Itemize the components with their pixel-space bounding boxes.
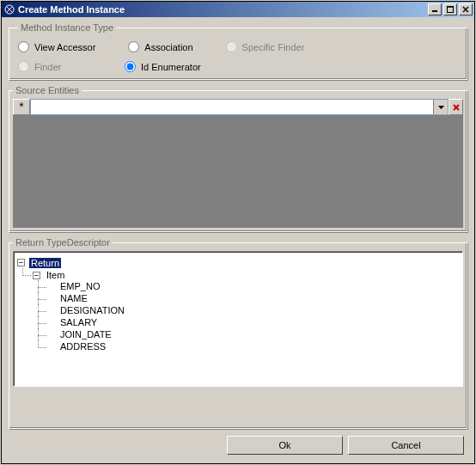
dialog-content: Method Instance Type View Accessor Assoc… <box>2 17 474 463</box>
tree-leaf[interactable]: SALARY <box>48 316 461 328</box>
radio-view-accessor[interactable]: View Accessor <box>18 41 95 52</box>
method-instance-type-legend: Method Instance Type <box>18 22 116 33</box>
svg-marker-8 <box>438 106 444 109</box>
maximize-button[interactable] <box>443 3 457 15</box>
radio-label: Specific Finder <box>242 42 305 52</box>
minimize-button[interactable] <box>428 3 442 15</box>
tree-leaf-label[interactable]: JOIN_DATE <box>58 329 113 340</box>
source-entities-group: Source Entities * <box>9 85 467 232</box>
ok-button[interactable]: Ok <box>227 436 343 455</box>
tree-leaf-label[interactable]: EMP_NO <box>58 281 101 291</box>
tree-leaf[interactable]: JOIN_DATE <box>48 328 461 340</box>
radio-label: Association <box>144 42 192 52</box>
source-entities-grid: * <box>13 99 463 228</box>
collapse-icon[interactable]: − <box>33 272 40 279</box>
window-controls <box>426 3 473 15</box>
radio-finder: Finder <box>18 61 92 72</box>
window-title: Create Method Instance <box>18 4 426 15</box>
tree-node-item[interactable]: − Item EMP_NO NAME DESIGNATION SALARY JO… <box>33 268 461 354</box>
method-instance-type-group: Method Instance Type View Accessor Assoc… <box>9 22 467 80</box>
return-type-descriptor-group: Return TypeDescriptor − Return − Item <box>9 237 467 429</box>
radio-specific-finder: Specific Finder <box>226 41 305 52</box>
tree-node-return[interactable]: − Return − Item EMP_NO <box>17 255 461 354</box>
radio-id-enumerator-input[interactable] <box>125 61 136 72</box>
radio-label: View Accessor <box>34 42 95 52</box>
button-row: Ok Cancel <box>9 434 467 460</box>
tree-leaf-label[interactable]: SALARY <box>58 317 99 327</box>
delete-row-button[interactable] <box>449 99 463 115</box>
source-entities-legend: Source Entities <box>13 85 82 95</box>
source-entity-combo-text[interactable] <box>31 100 433 114</box>
radio-association[interactable]: Association <box>128 41 192 52</box>
tree-leaf[interactable]: EMP_NO <box>48 280 461 292</box>
tree-node-label[interactable]: Item <box>45 270 66 280</box>
source-entity-combo[interactable] <box>30 99 449 115</box>
radio-finder-input <box>18 61 29 72</box>
tree-leaf-label[interactable]: ADDRESS <box>58 341 107 352</box>
tree-leaf[interactable]: ADDRESS <box>48 340 461 352</box>
radio-specific-finder-input <box>226 41 237 52</box>
tree-node-label[interactable]: Return <box>29 258 61 268</box>
delete-icon <box>453 104 460 111</box>
radio-label: Id Enumerator <box>141 62 201 72</box>
dropdown-icon[interactable] <box>433 100 448 114</box>
dialog-window: Create Method Instance Method Instance T… <box>1 1 475 464</box>
radio-label: Finder <box>34 62 61 72</box>
close-button[interactable] <box>459 3 473 15</box>
new-row-marker: * <box>13 99 30 115</box>
return-type-descriptor-legend: Return TypeDescriptor <box>13 237 113 248</box>
cancel-button[interactable]: Cancel <box>348 436 464 455</box>
app-icon <box>3 3 15 15</box>
collapse-icon[interactable]: − <box>17 259 25 266</box>
tree-leaf[interactable]: DESIGNATION <box>48 304 461 316</box>
radio-association-input[interactable] <box>128 41 139 52</box>
titlebar: Create Method Instance <box>2 2 474 17</box>
return-type-tree[interactable]: − Return − Item EMP_NO <box>13 251 463 387</box>
radio-id-enumerator[interactable]: Id Enumerator <box>125 61 201 72</box>
tree-leaf-label[interactable]: DESIGNATION <box>58 305 126 315</box>
tree-leaf-label[interactable]: NAME <box>58 293 89 303</box>
radio-view-accessor-input[interactable] <box>18 41 29 52</box>
source-entities-new-row: * <box>13 99 463 115</box>
tree-leaf[interactable]: NAME <box>48 292 461 304</box>
